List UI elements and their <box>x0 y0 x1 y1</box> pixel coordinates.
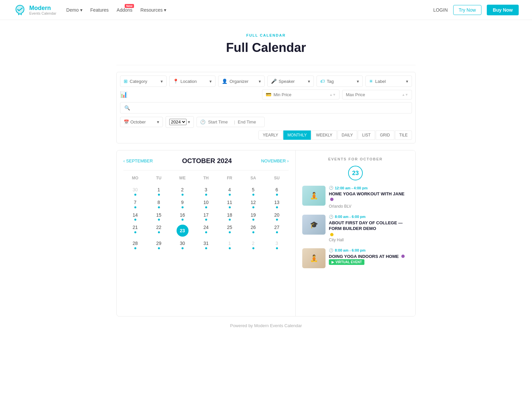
cal-day-2[interactable]: 2 <box>171 185 194 198</box>
label-chevron: ▾ <box>406 79 408 84</box>
filter-row-4: 📅 Select Month JanuaryFebruaryMarch Apri… <box>120 116 412 140</box>
cal-day-10[interactable]: 10 <box>194 198 218 210</box>
cal-day-1-next[interactable]: 1 <box>218 239 241 251</box>
max-price-field[interactable] <box>346 92 402 97</box>
view-buttons: YEARLY MONTHLY WEEKLY DAILY LIST GRID TI… <box>258 130 412 140</box>
calendar-container: ‹ SEPTEMBER OCTOBER 2024 NOVEMBER › MO T… <box>116 150 416 316</box>
cal-day-24[interactable]: 24 <box>194 223 218 239</box>
cal-day-25[interactable]: 25 <box>218 223 241 239</box>
location-filter[interactable]: 📍 Location ▾ <box>169 76 216 87</box>
logo[interactable]: Modern Events Calendar <box>13 3 56 17</box>
search-input[interactable] <box>133 105 408 110</box>
min-price-spinner[interactable]: ▲▼ <box>329 93 336 97</box>
tag-filter[interactable]: 🏷 Tag ▾ <box>317 76 363 87</box>
organizer-filter[interactable]: 👤 Organizer ▾ <box>218 76 265 87</box>
cal-day-18[interactable]: 18 <box>218 210 241 223</box>
cal-day-31[interactable]: 31 <box>194 239 218 251</box>
organizer-select[interactable]: Organizer <box>229 79 257 84</box>
max-price-input[interactable]: ▲▼ <box>342 90 412 100</box>
cal-day-12[interactable]: 12 <box>241 198 265 210</box>
cal-day-23-today[interactable]: 23 <box>171 223 194 239</box>
cal-day-26[interactable]: 26 <box>241 223 265 239</box>
view-daily[interactable]: DAILY <box>337 130 357 140</box>
view-yearly[interactable]: YEARLY <box>258 130 282 140</box>
cal-day-30-prev[interactable]: 30 <box>123 185 147 198</box>
cal-day-20[interactable]: 20 <box>265 210 289 223</box>
cal-day-22[interactable]: 22 <box>147 223 171 239</box>
max-price-spinner[interactable]: ▲▼ <box>402 93 408 97</box>
search-bar[interactable]: 🔍 <box>120 102 412 113</box>
category-filter[interactable]: ⊞ Category ▾ <box>120 76 167 87</box>
event-item-1[interactable]: 🧘 🕐 12:00 am - 4:00 pm HOME YOGA WORKOUT… <box>302 186 409 209</box>
credit-card-icon: 💳 <box>266 92 271 97</box>
logo-subtitle: Events Calendar <box>29 12 56 15</box>
cal-day-9[interactable]: 9 <box>171 198 194 210</box>
nav-addons[interactable]: Addons New <box>117 7 132 13</box>
view-tile[interactable]: TILE <box>395 130 412 140</box>
event-location-1: Orlando BLV <box>329 204 409 209</box>
year-dropdown[interactable]: 20242025 <box>169 119 187 125</box>
end-time-input[interactable] <box>238 119 261 124</box>
cal-day-17[interactable]: 17 <box>194 210 218 223</box>
location-icon: 📍 <box>173 79 179 84</box>
view-monthly[interactable]: MONTHLY <box>283 130 311 140</box>
event-item-2[interactable]: 🎓 🕐 8:00 am - 6:00 pm ABOUT FIRST DAY OF… <box>302 215 409 242</box>
cal-day-13[interactable]: 13 <box>265 198 289 210</box>
category-chevron: ▾ <box>161 79 163 84</box>
event-info-3: 🕐 8:00 am - 6:00 pm DOING YOGA INDOORS A… <box>329 248 409 268</box>
nav-features[interactable]: Features <box>90 7 109 13</box>
filter-row-1: ⊞ Category ▾ 📍 Location ▾ 👤 Organizer ▾ … <box>120 76 412 87</box>
cal-day-11[interactable]: 11 <box>218 198 241 210</box>
event-dot-3 <box>401 255 405 258</box>
cal-day-19[interactable]: 19 <box>241 210 265 223</box>
nav-demo[interactable]: Demo ▾ <box>66 7 82 13</box>
try-now-button[interactable]: Try Now <box>453 5 482 15</box>
cal-day-3-next[interactable]: 3 <box>265 239 289 251</box>
month-select[interactable]: 📅 Select Month JanuaryFebruaryMarch Apri… <box>120 117 163 127</box>
cal-day-8[interactable]: 8 <box>147 198 171 210</box>
view-list[interactable]: LIST <box>358 130 375 140</box>
cal-day-27[interactable]: 27 <box>265 223 289 239</box>
category-select[interactable]: Category <box>130 79 159 84</box>
start-time-input[interactable] <box>208 119 231 124</box>
year-select[interactable]: 20242025 ▾ <box>166 116 194 128</box>
login-button[interactable]: LOGIN <box>433 7 448 13</box>
prev-month-button[interactable]: ‹ SEPTEMBER <box>123 158 153 163</box>
cal-day-2-next[interactable]: 2 <box>241 239 265 251</box>
clock-icon-2: 🕐 <box>329 215 333 219</box>
cal-day-30[interactable]: 30 <box>171 239 194 251</box>
min-price-input[interactable]: 💳 ▲▼ <box>262 90 339 100</box>
nav-addons-label: Addons <box>117 7 132 13</box>
month-dropdown[interactable]: Select Month JanuaryFebruaryMarch AprilM… <box>130 119 156 124</box>
cal-day-29[interactable]: 29 <box>147 239 171 251</box>
speaker-filter[interactable]: 🎤 Speaker ▾ <box>267 76 314 87</box>
cal-day-16[interactable]: 16 <box>171 210 194 223</box>
nav-resources[interactable]: Resources ▾ <box>140 7 166 13</box>
time-separator: | <box>234 119 235 124</box>
cal-day-15[interactable]: 15 <box>147 210 171 223</box>
label-filter[interactable]: ✳ Label ▾ <box>365 76 412 87</box>
navbar-right: LOGIN Try Now Buy Now <box>433 5 519 15</box>
cal-day-7[interactable]: 7 <box>123 198 147 210</box>
speaker-select[interactable]: Speaker <box>279 79 306 84</box>
min-price-field[interactable] <box>273 92 329 97</box>
view-grid[interactable]: GRID <box>376 130 394 140</box>
buy-now-button[interactable]: Buy Now <box>487 5 519 15</box>
cal-day-28[interactable]: 28 <box>123 239 147 251</box>
selected-date-circle[interactable]: 23 <box>348 166 363 180</box>
event-item-3[interactable]: 🧘 🕐 8:00 am - 6:00 pm DOING YOGA INDOORS… <box>302 248 409 268</box>
new-badge: New <box>125 4 134 8</box>
cal-day-21[interactable]: 21 <box>123 223 147 239</box>
cal-day-6[interactable]: 6 <box>265 185 289 198</box>
view-weekly[interactable]: WEEKLY <box>312 130 336 140</box>
cal-day-3[interactable]: 3 <box>194 185 218 198</box>
time-range[interactable]: 🕐 | <box>197 117 265 127</box>
location-select[interactable]: Location <box>181 79 208 84</box>
label-select[interactable]: Label <box>375 79 404 84</box>
cal-day-14[interactable]: 14 <box>123 210 147 223</box>
cal-day-1[interactable]: 1 <box>147 185 171 198</box>
next-month-button[interactable]: NOVEMBER › <box>261 158 289 163</box>
cal-day-4[interactable]: 4 <box>218 185 241 198</box>
cal-day-5[interactable]: 5 <box>241 185 265 198</box>
tag-select[interactable]: Tag <box>327 79 355 84</box>
